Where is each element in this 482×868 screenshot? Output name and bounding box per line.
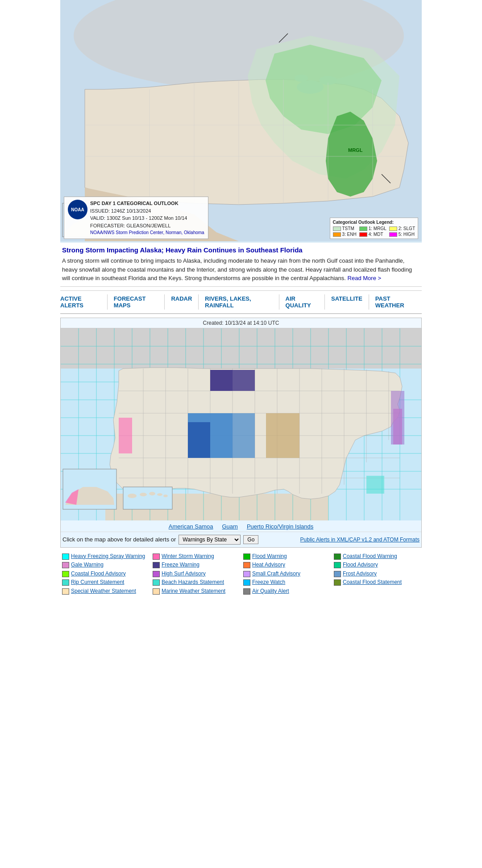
legend-entry-label[interactable]: Winter Storm Warning (162, 553, 214, 560)
legend-entry-label[interactable]: Rip Current Statement (71, 579, 124, 586)
spc-source: NOAA/NWS Storm Prediction Center, Norman… (90, 229, 204, 236)
legend-item-label: 2: SLGT (399, 226, 415, 231)
legend-entry-label[interactable]: Heavy Freezing Spray Warning (71, 553, 145, 560)
legend-entry-label[interactable]: Flood Warning (252, 553, 287, 560)
legend-entry: Special Weather Statement (62, 588, 148, 595)
svg-rect-72 (119, 418, 132, 453)
legend-entry: Marine Weather Statement (153, 588, 239, 595)
alerts-map-wrapper[interactable] (61, 328, 421, 520)
spc-legend-grid: TSTM1: MRGL2: SLGT3: ENH4: MDT5: HIGH (333, 226, 416, 237)
legend-color-indicator (153, 588, 160, 595)
legend-color-indicator (62, 588, 69, 595)
spc-legend-item: 1: MRGL (359, 226, 386, 231)
map-link-guam[interactable]: Guam (222, 523, 237, 530)
legend-entry: Gale Warning (62, 562, 148, 569)
legend-entry-label[interactable]: Freeze Warning (162, 562, 199, 569)
legend-item-label: TSTM (342, 226, 354, 231)
legend-item-label: 3: ENH (342, 232, 357, 237)
legend-entry-label[interactable]: Frost Advisory (343, 570, 377, 578)
svg-point-78 (128, 494, 137, 498)
legend-entry-label[interactable]: Freeze Watch (252, 579, 285, 586)
svg-point-82 (163, 495, 168, 497)
legend-color-indicator (334, 554, 341, 560)
spc-title: SPC DAY 1 CATEGORICAL OUTLOOK (90, 200, 204, 207)
legend-entry-label[interactable]: Gale Warning (71, 562, 104, 569)
legend-color-indicator (334, 579, 341, 586)
legend-color-indicator (243, 571, 250, 577)
spc-issued: ISSUED: 1246Z 10/13/2024 (90, 207, 204, 215)
legend-entry-label[interactable]: Coastal Flood Advisory (71, 570, 126, 578)
nav-item-satellite[interactable]: SATELLITE (325, 294, 369, 310)
svg-point-79 (140, 493, 147, 496)
warnings-by-state-select[interactable]: Warnings By StateWarnings By ZoneWarning… (179, 535, 241, 545)
legend-entry-label[interactable]: Coastal Flood Statement (343, 579, 402, 586)
svg-rect-75 (391, 391, 404, 444)
spc-forecaster: FORECASTER: GLEASON/JEWELL (90, 222, 204, 230)
alerts-map-header: Created: 10/13/24 at 14:10 UTC (61, 318, 421, 328)
legend-color-indicator (62, 579, 69, 586)
legend-color-swatch (389, 232, 397, 237)
map-controls-left: Click on the map above for detailed aler… (62, 535, 258, 545)
legend-color-indicator (243, 554, 250, 560)
legend-entry: Freeze Warning (153, 562, 239, 569)
legend-color-indicator (334, 562, 341, 568)
legend-entry: Flood Advisory (334, 562, 420, 569)
read-more-link[interactable]: Read More > (348, 275, 382, 281)
legend-entry: Coastal Flood Warning (334, 553, 420, 560)
legend-color-swatch (333, 226, 341, 231)
legend-entry-label[interactable]: Flood Advisory (343, 562, 378, 569)
nav-item-active-alerts[interactable]: ACTIVE ALERTS (60, 294, 108, 310)
legend-entry: Frost Advisory (334, 570, 420, 578)
news-body: A strong storm will continue to bring im… (62, 256, 420, 283)
map-link-american-samoa[interactable]: American Samoa (169, 523, 213, 530)
legend-entry: Winter Storm Warning (153, 553, 239, 560)
legend-color-swatch (359, 226, 367, 231)
legend-entry-label[interactable]: Marine Weather Statement (162, 588, 225, 595)
legend-color-swatch (333, 232, 341, 237)
alerts-map-svg[interactable] (61, 328, 421, 520)
legend-entry-label[interactable]: High Surf Advisory (162, 570, 206, 578)
legend-entry-label[interactable]: Coastal Flood Warning (343, 553, 397, 560)
legend-entry: Rip Current Statement (62, 579, 148, 586)
svg-rect-71 (266, 413, 299, 458)
legend-entry-label[interactable]: Heat Advisory (252, 562, 285, 569)
spc-map-section: MRGL NOAA SPC DAY 1 CATEGORICAL OUTLOOK … (60, 0, 422, 243)
spc-legend-item: 3: ENH (333, 232, 357, 237)
spc-legend-item: TSTM (333, 226, 357, 231)
spc-legend-item: 5: HIGH (389, 232, 415, 237)
legend-entry: Flood Warning (243, 553, 329, 560)
legend-entry-label[interactable]: Beach Hazards Statement (162, 579, 224, 586)
legend-color-indicator (243, 579, 250, 586)
legend-color-indicator (62, 562, 69, 568)
svg-rect-70 (188, 422, 210, 458)
legend-entry: Heat Advisory (243, 562, 329, 569)
legend-color-indicator (243, 562, 250, 568)
nav-item-rivers[interactable]: RIVERS, LAKES, RAINFALL (199, 294, 279, 310)
spc-legend-box: Categorical Outlook Legend: TSTM1: MRGL2… (330, 218, 419, 239)
legend-entry: Small Craft Advisory (243, 570, 329, 578)
nav-item-radar[interactable]: RADAR (165, 294, 199, 310)
legend-entry-label[interactable]: Small Craft Advisory (252, 570, 300, 578)
legend-item-label: 5: HIGH (399, 232, 415, 237)
noaa-logo-text: NOAA (71, 206, 84, 213)
nav-item-air-quality[interactable]: AIR QUALITY (279, 294, 325, 310)
nav-item-past-weather[interactable]: PAST WEATHER (369, 294, 422, 310)
legend-entry: High Surf Advisory (153, 570, 239, 578)
legend-color-indicator (243, 588, 250, 595)
map-link-pr-vi[interactable]: Puerto Rico/Virgin Islands (247, 523, 313, 530)
legend-color-indicator (62, 554, 69, 560)
svg-rect-74 (366, 476, 384, 494)
legend-color-indicator (153, 571, 160, 577)
legend-entry-label[interactable]: Air Quality Alert (252, 588, 289, 595)
legend-color-indicator (153, 579, 160, 586)
legend-color-swatch (359, 232, 367, 237)
go-button[interactable]: Go (243, 535, 258, 544)
nav-item-forecast-maps[interactable]: FORECAST MAPS (108, 294, 165, 310)
legend-entry-label[interactable]: Special Weather Statement (71, 588, 136, 595)
svg-point-81 (157, 493, 162, 496)
legend-entry: Coastal Flood Advisory (62, 570, 148, 578)
news-headline[interactable]: Strong Storm Impacting Alaska; Heavy Rai… (62, 246, 420, 254)
legend-entry: Heavy Freezing Spray Warning (62, 553, 148, 560)
xml-link[interactable]: Public Alerts in XML/CAP v1.2 and ATOM F… (300, 537, 420, 543)
warning-legend: Heavy Freezing Spray WarningWinter Storm… (60, 548, 422, 599)
